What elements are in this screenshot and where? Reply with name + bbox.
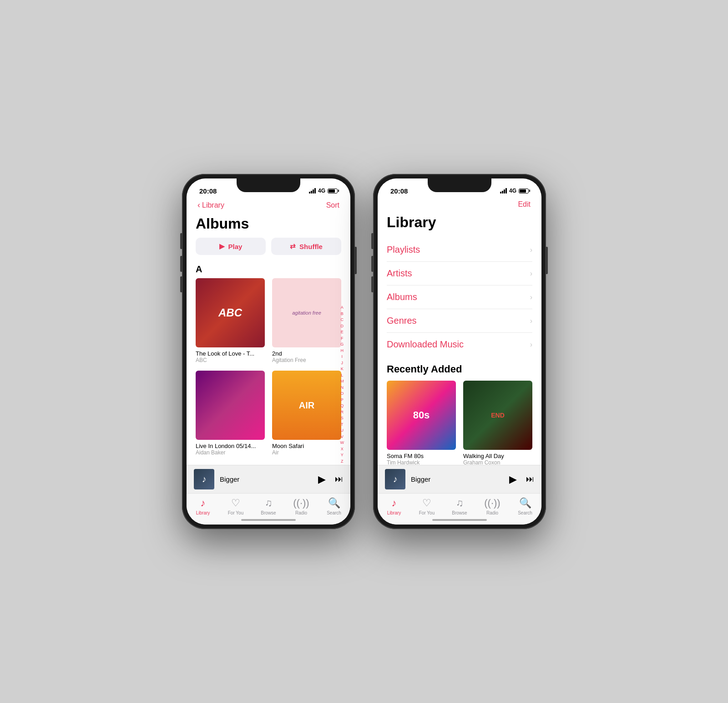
album-artist-live: Aidan Baker: [196, 449, 265, 456]
tab-browse-label-1: Browse: [261, 510, 276, 515]
notch: [237, 178, 300, 192]
tab-radio-label-1: Radio: [295, 510, 307, 515]
album-item-moon[interactable]: Moon Safari Air: [272, 371, 341, 456]
shuffle-button[interactable]: ⇄ Shuffle: [271, 238, 341, 255]
battery-icon-1: [328, 188, 338, 194]
browse-icon-2: ♫: [456, 497, 464, 509]
search-icon-2: 🔍: [519, 497, 531, 509]
tab-browse-label-2: Browse: [452, 510, 467, 515]
play-button[interactable]: ▶ Play: [196, 238, 266, 255]
recently-artist-walking: Graham Coxon: [463, 459, 532, 465]
library-icon-2: ♪: [392, 497, 397, 509]
tab-foryou-2[interactable]: ♡ For You: [410, 497, 443, 515]
albums-chevron-icon: ›: [530, 293, 532, 301]
recently-added-header: Recently Added: [378, 356, 541, 381]
album-item-abc[interactable]: The Look of Love - T... ABC: [196, 278, 265, 363]
back-label-1: Library: [202, 201, 224, 209]
radio-icon-2: ((·)): [484, 497, 500, 509]
library-icon-1: ♪: [201, 497, 206, 509]
status-time-2: 20:08: [390, 187, 408, 195]
battery-icon-2: [519, 188, 529, 194]
album-artist-moon: Air: [272, 449, 341, 456]
playlists-label: Playlists: [387, 245, 420, 255]
tab-browse-2[interactable]: ♫ Browse: [443, 497, 476, 515]
play-label: Play: [228, 243, 243, 250]
search-icon-1: 🔍: [328, 497, 340, 509]
mini-play-button-1[interactable]: ▶: [318, 474, 326, 485]
phone-2: 20:08 4G Edit: [373, 174, 546, 529]
back-button-1[interactable]: ‹ Library: [197, 200, 224, 210]
downloaded-chevron-icon: ›: [530, 341, 532, 349]
mini-controls-1: ▶ ⏭: [318, 474, 343, 485]
tab-browse-1[interactable]: ♫ Browse: [252, 497, 285, 515]
tab-radio-label-2: Radio: [486, 510, 498, 515]
phone-1: 20:08 4G ‹ L: [182, 174, 355, 529]
status-time-1: 20:08: [199, 187, 217, 195]
album-art-moon: [272, 371, 341, 440]
album-title-moon: Moon Safari: [272, 443, 341, 449]
home-indicator-2: [432, 519, 487, 521]
library-item-downloaded[interactable]: Downloaded Music ›: [387, 333, 532, 356]
tab-search-1[interactable]: 🔍 Search: [318, 497, 350, 515]
tab-radio-2[interactable]: ((·)) Radio: [476, 497, 509, 515]
alphabet-sidebar[interactable]: A B C D E F G H I J K L M N O P Q: [340, 305, 344, 465]
sort-button[interactable]: Sort: [326, 201, 339, 209]
album-title-abc: The Look of Love - T...: [196, 350, 265, 357]
mini-player-2[interactable]: Bigger ▶ ⏭: [378, 465, 541, 493]
artists-chevron-icon: ›: [530, 270, 532, 278]
library-item-artists[interactable]: Artists ›: [387, 262, 532, 285]
tab-foryou-label-1: For You: [228, 510, 243, 515]
library-page-content: Library Playlists › Artists › Albums ›: [378, 212, 541, 465]
tab-foryou-1[interactable]: ♡ For You: [219, 497, 252, 515]
mini-play-button-2[interactable]: ▶: [509, 474, 517, 485]
album-artist-agitation: Agitation Free: [272, 357, 341, 363]
recently-art-walking: [463, 381, 532, 450]
recently-title-soma: Soma FM 80s: [387, 453, 456, 459]
mini-track-name-2: Bigger: [411, 475, 504, 483]
tab-radio-1[interactable]: ((·)) Radio: [285, 497, 318, 515]
mini-controls-2: ▶ ⏭: [509, 474, 534, 485]
status-icons-2: 4G: [500, 188, 529, 194]
album-grid: The Look of Love - T... ABC 2nd Agitatio…: [187, 278, 350, 463]
tab-library-2[interactable]: ♪ Library: [378, 497, 410, 515]
signal-icon-1: [309, 188, 316, 194]
albums-title: Albums: [187, 214, 350, 238]
section-a-header: A: [187, 262, 350, 278]
recently-art-soma: [387, 381, 456, 450]
tab-foryou-label-2: For You: [419, 510, 435, 515]
album-art-abc: [196, 278, 265, 347]
network-label-2: 4G: [509, 188, 516, 194]
notch-2: [428, 178, 491, 192]
mini-player-1[interactable]: Bigger ▶ ⏭: [187, 465, 350, 493]
signal-icon-2: [500, 188, 507, 194]
play-icon: ▶: [219, 242, 225, 250]
recently-item-walking[interactable]: Walking All Day Graham Coxon: [463, 381, 532, 465]
nav-bar-1: ‹ Library Sort: [187, 199, 350, 214]
edit-button[interactable]: Edit: [518, 200, 531, 209]
tab-library-label-2: Library: [387, 510, 401, 515]
recently-title-walking: Walking All Day: [463, 453, 532, 459]
mini-skip-button-1[interactable]: ⏭: [335, 474, 343, 484]
albums-page-content: Albums ▶ Play ⇄ Shuffle A: [187, 214, 350, 465]
library-item-playlists[interactable]: Playlists ›: [387, 238, 532, 262]
recently-artist-soma: Tim Hardwick: [387, 459, 456, 465]
mini-album-art-1: [194, 469, 214, 489]
album-artist-abc: ABC: [196, 357, 265, 363]
album-item-live[interactable]: Live In London 05/14... Aidan Baker: [196, 371, 265, 456]
library-item-albums[interactable]: Albums ›: [387, 285, 532, 309]
mini-album-art-2: [385, 469, 405, 489]
shuffle-icon: ⇄: [290, 242, 296, 250]
status-icons-1: 4G: [309, 188, 338, 194]
album-item-agitation[interactable]: 2nd Agitation Free: [272, 278, 341, 363]
tab-search-2[interactable]: 🔍 Search: [509, 497, 541, 515]
albums-label: Albums: [387, 292, 417, 302]
tab-library-label-1: Library: [196, 510, 210, 515]
mini-skip-button-2[interactable]: ⏭: [526, 474, 534, 484]
downloaded-label: Downloaded Music: [387, 339, 464, 350]
action-buttons-1: ▶ Play ⇄ Shuffle: [187, 238, 350, 262]
album-title-live: Live In London 05/14...: [196, 443, 265, 449]
recently-item-soma[interactable]: Soma FM 80s Tim Hardwick: [387, 381, 456, 465]
tab-library-1[interactable]: ♪ Library: [187, 497, 219, 515]
library-item-genres[interactable]: Genres ›: [387, 309, 532, 333]
browse-icon-1: ♫: [265, 497, 273, 509]
